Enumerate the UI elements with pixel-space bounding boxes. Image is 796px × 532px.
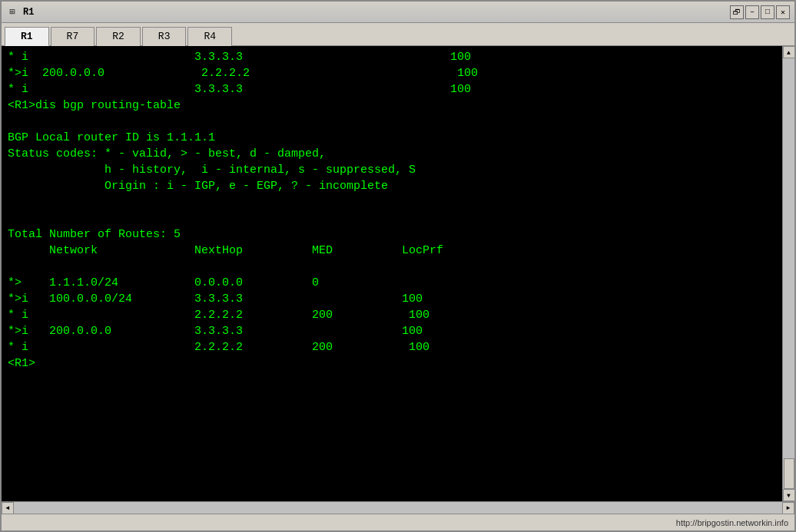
tab-r2[interactable]: R2 — [96, 27, 141, 46]
tab-r4[interactable]: R4 — [187, 27, 232, 46]
window-icon: ⊞ — [6, 6, 18, 18]
scroll-track[interactable] — [783, 58, 794, 489]
scroll-up-button[interactable]: ▲ — [783, 46, 795, 58]
horizontal-scrollbar[interactable]: ◄ ► — [2, 501, 794, 514]
terminal-output[interactable]: * i 3.3.3.3 100 *>i 200.0.0.0 2.2.2.2 10… — [2, 46, 782, 501]
status-bar: http://bripgostin.networkin.info — [2, 514, 794, 530]
vertical-scrollbar[interactable]: ▲ ▼ — [782, 46, 794, 501]
scroll-thumb[interactable] — [784, 458, 794, 489]
scroll-right-button[interactable]: ► — [782, 502, 794, 514]
status-text: http://bripgostin.networkin.info — [676, 518, 788, 527]
scroll-left-button[interactable]: ◄ — [2, 502, 14, 514]
title-bar: ⊞ R1 🗗 – □ ✕ — [2, 2, 794, 23]
tab-r1[interactable]: R1 — [5, 27, 49, 46]
restore-button[interactable]: 🗗 — [730, 5, 744, 19]
maximize-button[interactable]: □ — [761, 5, 774, 19]
main-window: ⊞ R1 🗗 – □ ✕ R1 R7 R2 R3 R4 * i 3.3.3.3 … — [0, 0, 796, 532]
title-buttons: 🗗 – □ ✕ — [730, 5, 790, 19]
scroll-down-button[interactable]: ▼ — [783, 489, 795, 501]
tab-r3[interactable]: R3 — [142, 27, 187, 46]
tab-bar: R1 R7 R2 R3 R4 — [2, 23, 794, 46]
window-title: R1 — [23, 7, 730, 18]
tab-r7[interactable]: R7 — [51, 27, 95, 46]
close-button[interactable]: ✕ — [776, 5, 790, 19]
scroll-track-h[interactable] — [14, 502, 782, 514]
bottom-area: ◄ ► http://bripgostin.networkin.info — [2, 501, 794, 530]
content-area: * i 3.3.3.3 100 *>i 200.0.0.0 2.2.2.2 10… — [2, 46, 794, 501]
minimize-button[interactable]: – — [745, 5, 759, 19]
